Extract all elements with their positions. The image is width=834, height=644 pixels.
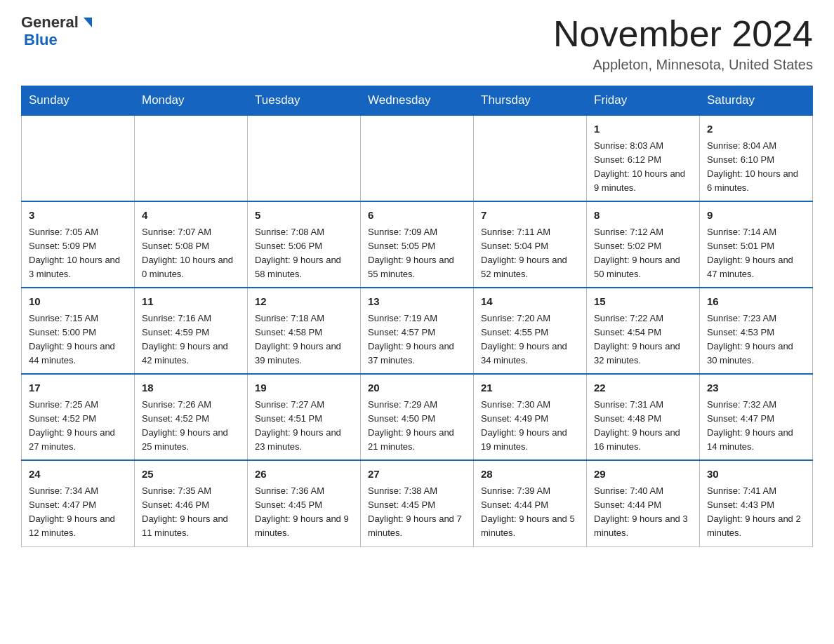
day-number: 2 <box>707 121 805 137</box>
day-info: Sunrise: 7:14 AM Sunset: 5:01 PM Dayligh… <box>707 225 805 282</box>
day-info: Sunrise: 7:40 AM Sunset: 4:44 PM Dayligh… <box>594 484 692 541</box>
day-number: 28 <box>481 467 579 483</box>
calendar-cell-4-4: 28Sunrise: 7:39 AM Sunset: 4:44 PM Dayli… <box>474 460 587 546</box>
day-number: 13 <box>368 294 466 310</box>
week-row-1: 1Sunrise: 8:03 AM Sunset: 6:12 PM Daylig… <box>22 115 813 201</box>
day-info: Sunrise: 7:31 AM Sunset: 4:48 PM Dayligh… <box>594 398 692 455</box>
weekday-header-row: SundayMondayTuesdayWednesdayThursdayFrid… <box>22 86 813 116</box>
calendar-cell-2-5: 15Sunrise: 7:22 AM Sunset: 4:54 PM Dayli… <box>587 288 700 374</box>
calendar-cell-0-1 <box>135 115 248 201</box>
logo-triangle-icon <box>79 15 95 30</box>
calendar-cell-2-0: 10Sunrise: 7:15 AM Sunset: 5:00 PM Dayli… <box>22 288 135 374</box>
calendar-cell-4-5: 29Sunrise: 7:40 AM Sunset: 4:44 PM Dayli… <box>587 460 700 546</box>
calendar-cell-3-2: 19Sunrise: 7:27 AM Sunset: 4:51 PM Dayli… <box>248 374 361 460</box>
day-number: 25 <box>142 467 240 483</box>
day-number: 4 <box>142 208 240 224</box>
calendar-cell-4-0: 24Sunrise: 7:34 AM Sunset: 4:47 PM Dayli… <box>22 460 135 546</box>
day-number: 27 <box>368 467 466 483</box>
day-number: 21 <box>481 380 579 396</box>
day-number: 12 <box>255 294 353 310</box>
calendar-cell-3-1: 18Sunrise: 7:26 AM Sunset: 4:52 PM Dayli… <box>135 374 248 460</box>
week-row-2: 3Sunrise: 7:05 AM Sunset: 5:09 PM Daylig… <box>22 201 813 288</box>
day-info: Sunrise: 7:15 AM Sunset: 5:00 PM Dayligh… <box>29 311 127 368</box>
calendar-cell-0-0 <box>22 115 135 201</box>
weekday-header-friday: Friday <box>587 86 700 116</box>
calendar-cell-3-3: 20Sunrise: 7:29 AM Sunset: 4:50 PM Dayli… <box>361 374 474 460</box>
week-row-3: 10Sunrise: 7:15 AM Sunset: 5:00 PM Dayli… <box>22 288 813 374</box>
day-number: 7 <box>481 208 579 224</box>
weekday-header-wednesday: Wednesday <box>361 86 474 116</box>
day-info: Sunrise: 7:26 AM Sunset: 4:52 PM Dayligh… <box>142 398 240 455</box>
day-number: 14 <box>481 294 579 310</box>
calendar-cell-3-6: 23Sunrise: 7:32 AM Sunset: 4:47 PM Dayli… <box>700 374 813 460</box>
calendar-cell-2-3: 13Sunrise: 7:19 AM Sunset: 4:57 PM Dayli… <box>361 288 474 374</box>
logo-general: General <box>21 14 79 31</box>
calendar-cell-4-2: 26Sunrise: 7:36 AM Sunset: 4:45 PM Dayli… <box>248 460 361 546</box>
calendar-cell-0-3 <box>361 115 474 201</box>
day-number: 3 <box>29 208 127 224</box>
day-info: Sunrise: 7:18 AM Sunset: 4:58 PM Dayligh… <box>255 311 353 368</box>
calendar-cell-0-6: 2Sunrise: 8:04 AM Sunset: 6:10 PM Daylig… <box>700 115 813 201</box>
day-number: 29 <box>594 467 692 483</box>
day-info: Sunrise: 7:39 AM Sunset: 4:44 PM Dayligh… <box>481 484 579 541</box>
day-number: 23 <box>707 380 805 396</box>
day-info: Sunrise: 7:25 AM Sunset: 4:52 PM Dayligh… <box>29 398 127 455</box>
day-info: Sunrise: 7:38 AM Sunset: 4:45 PM Dayligh… <box>368 484 466 541</box>
day-info: Sunrise: 7:30 AM Sunset: 4:49 PM Dayligh… <box>481 398 579 455</box>
calendar-cell-2-2: 12Sunrise: 7:18 AM Sunset: 4:58 PM Dayli… <box>248 288 361 374</box>
day-number: 9 <box>707 208 805 224</box>
calendar-cell-0-5: 1Sunrise: 8:03 AM Sunset: 6:12 PM Daylig… <box>587 115 700 201</box>
day-info: Sunrise: 7:16 AM Sunset: 4:59 PM Dayligh… <box>142 311 240 368</box>
day-number: 19 <box>255 380 353 396</box>
day-info: Sunrise: 7:19 AM Sunset: 4:57 PM Dayligh… <box>368 311 466 368</box>
calendar-cell-4-1: 25Sunrise: 7:35 AM Sunset: 4:46 PM Dayli… <box>135 460 248 546</box>
day-info: Sunrise: 7:27 AM Sunset: 4:51 PM Dayligh… <box>255 398 353 455</box>
weekday-header-tuesday: Tuesday <box>248 86 361 116</box>
location-title: Appleton, Minnesota, United States <box>553 57 813 73</box>
day-info: Sunrise: 7:22 AM Sunset: 4:54 PM Dayligh… <box>594 311 692 368</box>
calendar-cell-2-6: 16Sunrise: 7:23 AM Sunset: 4:53 PM Dayli… <box>700 288 813 374</box>
svg-marker-0 <box>84 18 92 27</box>
calendar-cell-1-6: 9Sunrise: 7:14 AM Sunset: 5:01 PM Daylig… <box>700 201 813 288</box>
day-info: Sunrise: 8:04 AM Sunset: 6:10 PM Dayligh… <box>707 139 805 196</box>
weekday-header-sunday: Sunday <box>22 86 135 116</box>
day-info: Sunrise: 7:20 AM Sunset: 4:55 PM Dayligh… <box>481 311 579 368</box>
day-number: 15 <box>594 294 692 310</box>
calendar-cell-0-4 <box>474 115 587 201</box>
day-info: Sunrise: 7:36 AM Sunset: 4:45 PM Dayligh… <box>255 484 353 541</box>
calendar-cell-1-2: 5Sunrise: 7:08 AM Sunset: 5:06 PM Daylig… <box>248 201 361 288</box>
day-info: Sunrise: 7:09 AM Sunset: 5:05 PM Dayligh… <box>368 225 466 282</box>
day-number: 24 <box>29 467 127 483</box>
day-number: 1 <box>594 121 692 137</box>
calendar-cell-2-1: 11Sunrise: 7:16 AM Sunset: 4:59 PM Dayli… <box>135 288 248 374</box>
day-info: Sunrise: 7:35 AM Sunset: 4:46 PM Dayligh… <box>142 484 240 541</box>
weekday-header-monday: Monday <box>135 86 248 116</box>
calendar-cell-3-4: 21Sunrise: 7:30 AM Sunset: 4:49 PM Dayli… <box>474 374 587 460</box>
calendar-cell-3-0: 17Sunrise: 7:25 AM Sunset: 4:52 PM Dayli… <box>22 374 135 460</box>
page-header: General Blue November 2024 Appleton, Min… <box>21 14 813 73</box>
month-title: November 2024 <box>553 14 813 54</box>
week-row-5: 24Sunrise: 7:34 AM Sunset: 4:47 PM Dayli… <box>22 460 813 546</box>
calendar-cell-1-1: 4Sunrise: 7:07 AM Sunset: 5:08 PM Daylig… <box>135 201 248 288</box>
calendar-cell-1-0: 3Sunrise: 7:05 AM Sunset: 5:09 PM Daylig… <box>22 201 135 288</box>
day-info: Sunrise: 7:07 AM Sunset: 5:08 PM Dayligh… <box>142 225 240 282</box>
day-info: Sunrise: 7:08 AM Sunset: 5:06 PM Dayligh… <box>255 225 353 282</box>
day-info: Sunrise: 7:23 AM Sunset: 4:53 PM Dayligh… <box>707 311 805 368</box>
day-info: Sunrise: 7:34 AM Sunset: 4:47 PM Dayligh… <box>29 484 127 541</box>
day-number: 8 <box>594 208 692 224</box>
logo-blue: Blue <box>24 31 58 49</box>
day-info: Sunrise: 8:03 AM Sunset: 6:12 PM Dayligh… <box>594 139 692 196</box>
day-info: Sunrise: 7:11 AM Sunset: 5:04 PM Dayligh… <box>481 225 579 282</box>
calendar-cell-1-3: 6Sunrise: 7:09 AM Sunset: 5:05 PM Daylig… <box>361 201 474 288</box>
calendar-cell-1-4: 7Sunrise: 7:11 AM Sunset: 5:04 PM Daylig… <box>474 201 587 288</box>
day-number: 16 <box>707 294 805 310</box>
day-info: Sunrise: 7:05 AM Sunset: 5:09 PM Dayligh… <box>29 225 127 282</box>
day-number: 6 <box>368 208 466 224</box>
calendar-cell-0-2 <box>248 115 361 201</box>
day-number: 18 <box>142 380 240 396</box>
calendar-cell-3-5: 22Sunrise: 7:31 AM Sunset: 4:48 PM Dayli… <box>587 374 700 460</box>
weekday-header-saturday: Saturday <box>700 86 813 116</box>
calendar-cell-4-3: 27Sunrise: 7:38 AM Sunset: 4:45 PM Dayli… <box>361 460 474 546</box>
day-info: Sunrise: 7:41 AM Sunset: 4:43 PM Dayligh… <box>707 484 805 541</box>
calendar-cell-1-5: 8Sunrise: 7:12 AM Sunset: 5:02 PM Daylig… <box>587 201 700 288</box>
